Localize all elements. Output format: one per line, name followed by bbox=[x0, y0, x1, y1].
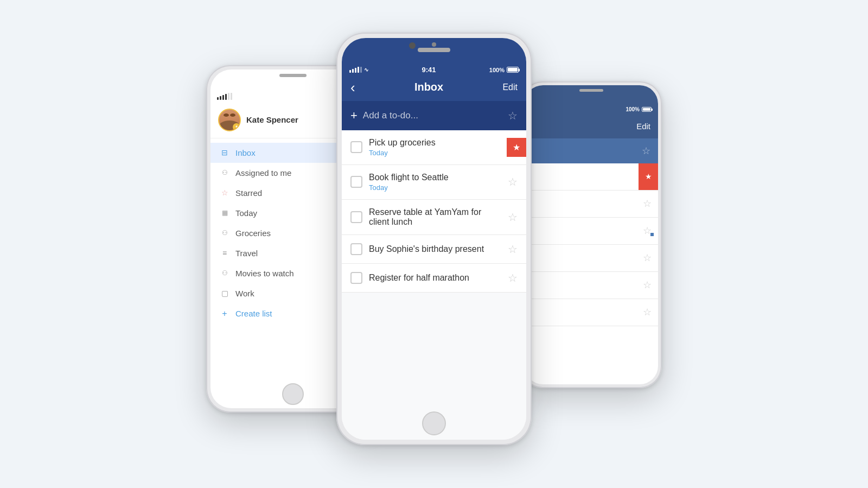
user-name: Kate Spencer bbox=[246, 115, 298, 124]
people-icon: ⚇ bbox=[219, 229, 230, 237]
camera bbox=[409, 42, 416, 49]
right-todo-item-1[interactable]: ★ bbox=[525, 163, 658, 191]
star-filled-icon: ★ bbox=[513, 142, 520, 153]
center-phone: ∿ 9:41 100% ‹ Inbox Edit bbox=[336, 33, 532, 445]
center-phone-screen: ∿ 9:41 100% ‹ Inbox Edit bbox=[342, 38, 526, 440]
todo-content-4: Buy Sophie's birthday present bbox=[369, 244, 501, 254]
right-star-filled-icon: ★ bbox=[645, 172, 652, 181]
home-button[interactable] bbox=[282, 383, 304, 405]
calendar-icon: ▦ bbox=[219, 209, 230, 217]
todo-list: Pick up groceries Today ★ Book flight to… bbox=[342, 130, 526, 293]
add-todo-star-icon[interactable]: ☆ bbox=[508, 109, 518, 122]
todo-checkbox-1[interactable] bbox=[350, 141, 362, 153]
right-todo-item-4[interactable]: ☆ bbox=[525, 245, 658, 272]
right-star-outline6-icon: ☆ bbox=[643, 306, 652, 318]
right-star-outline5-icon: ☆ bbox=[643, 279, 652, 291]
person-icon: ⚇ bbox=[219, 169, 230, 176]
todo-content-2: Book flight to Seattle Today bbox=[369, 173, 501, 192]
nav-label-create: Create list bbox=[235, 309, 272, 318]
nav-label-movies: Movies to watch bbox=[235, 269, 294, 278]
center-app-header: ‹ Inbox Edit bbox=[342, 76, 526, 101]
battery-area: 100% bbox=[489, 67, 519, 73]
right-todo-item-3[interactable]: ☆ bbox=[525, 218, 658, 245]
add-todo-placeholder: Add a to-do... bbox=[363, 110, 418, 121]
nav-label-travel: Travel bbox=[235, 249, 258, 258]
signal-bars-center bbox=[349, 67, 362, 73]
wifi-center-icon: ∿ bbox=[364, 67, 368, 73]
todo-checkbox-4[interactable] bbox=[350, 243, 362, 255]
todo-item-3[interactable]: Reserve table at YamYam for client lunch… bbox=[342, 200, 526, 235]
right-edit-button[interactable]: Edit bbox=[636, 122, 650, 131]
right-red-badge: ★ bbox=[639, 163, 658, 190]
todo-star-2[interactable]: ☆ bbox=[508, 175, 518, 188]
todo-star-5[interactable]: ☆ bbox=[508, 271, 518, 284]
add-todo-left: + Add a to-do... bbox=[350, 109, 418, 123]
todo-checkbox-2[interactable] bbox=[350, 176, 362, 188]
right-app-header: Edit bbox=[525, 115, 658, 138]
speaker bbox=[418, 48, 450, 52]
todo-checkbox-5[interactable] bbox=[350, 272, 362, 284]
center-status-bar: ∿ 9:41 100% bbox=[342, 64, 526, 76]
todo-star-4[interactable]: ☆ bbox=[508, 243, 518, 256]
nav-label-groceries: Groceries bbox=[235, 229, 271, 238]
right-star-outline-icon: ☆ bbox=[642, 145, 650, 157]
todo-item-2[interactable]: Book flight to Seattle Today ☆ bbox=[342, 165, 526, 200]
signal-area: ∿ bbox=[349, 67, 368, 73]
add-todo-bar[interactable]: + Add a to-do... ☆ bbox=[342, 101, 526, 130]
todo-item-1[interactable]: Pick up groceries Today ★ bbox=[342, 130, 526, 165]
right-star-outline2-icon: ☆ bbox=[643, 198, 652, 210]
right-status-bar: 100% bbox=[525, 105, 658, 115]
todo-content-3: Reserve table at YamYam for client lunch bbox=[369, 207, 501, 227]
folder-icon: ▢ bbox=[219, 289, 230, 297]
red-badge-1: ★ bbox=[507, 138, 526, 157]
page-title: Inbox bbox=[414, 81, 443, 93]
right-phone: 100% Edit ☆ ★ bbox=[521, 81, 662, 388]
star-icon: ☆ bbox=[219, 188, 230, 197]
right-todo-list: ★ ☆ ☆ ☆ ☆ ☆ bbox=[525, 163, 658, 326]
nav-label-inbox: Inbox bbox=[235, 148, 256, 157]
avatar-badge: ★ bbox=[233, 123, 240, 131]
right-add-row: ☆ bbox=[525, 138, 658, 163]
edit-button[interactable]: Edit bbox=[502, 83, 518, 92]
right-battery-pct: 100% bbox=[626, 106, 640, 112]
center-content: ∿ 9:41 100% ‹ Inbox Edit bbox=[342, 38, 526, 440]
todo-subtitle-2: Today bbox=[369, 183, 501, 192]
right-phone-screen: 100% Edit ☆ ★ bbox=[525, 85, 658, 384]
todo-star-3[interactable]: ☆ bbox=[508, 211, 518, 224]
todo-title-4: Buy Sophie's birthday present bbox=[369, 244, 501, 254]
todo-title-1: Pick up groceries bbox=[369, 138, 500, 148]
right-todo-item-5[interactable]: ☆ bbox=[525, 272, 658, 299]
center-home-button[interactable] bbox=[422, 411, 446, 435]
todo-title-3: Reserve table at YamYam for client lunch bbox=[369, 207, 501, 227]
right-todo-item-6[interactable]: ☆ bbox=[525, 299, 658, 326]
right-side-button bbox=[650, 233, 654, 236]
list-icon: ≡ bbox=[219, 249, 230, 257]
todo-content-5: Register for half marathon bbox=[369, 273, 501, 283]
center-time: 9:41 bbox=[422, 66, 436, 74]
nav-label-today: Today bbox=[235, 208, 257, 218]
right-star-outline4-icon: ☆ bbox=[643, 252, 652, 264]
right-todo-item-2[interactable]: ☆ bbox=[525, 191, 658, 218]
todo-item-4[interactable]: Buy Sophie's birthday present ☆ bbox=[342, 235, 526, 264]
inbox-icon: ⊟ bbox=[219, 148, 230, 157]
people2-icon: ⚇ bbox=[219, 269, 230, 277]
plus-icon: + bbox=[219, 309, 230, 319]
right-battery-icon bbox=[642, 107, 652, 112]
todo-item-5[interactable]: Register for half marathon ☆ bbox=[342, 264, 526, 293]
nav-label-assigned: Assigned to me bbox=[235, 168, 291, 178]
center-battery-icon bbox=[507, 67, 519, 73]
nav-label-work: Work bbox=[235, 289, 254, 298]
todo-title-5: Register for half marathon bbox=[369, 273, 501, 283]
scene: ∿ ★ Kate Spencer › bbox=[190, 22, 678, 467]
nav-label-starred: Starred bbox=[235, 188, 262, 198]
todo-checkbox-3[interactable] bbox=[350, 211, 362, 223]
signal-bars bbox=[217, 93, 232, 100]
avatar: ★ bbox=[218, 109, 241, 131]
todo-content-1: Pick up groceries Today bbox=[369, 138, 500, 157]
back-button[interactable]: ‹ bbox=[350, 80, 355, 94]
todo-title-2: Book flight to Seattle bbox=[369, 173, 501, 182]
todo-subtitle-1: Today bbox=[369, 149, 500, 157]
center-battery-pct: 100% bbox=[489, 67, 505, 73]
plus-icon: + bbox=[350, 109, 358, 123]
